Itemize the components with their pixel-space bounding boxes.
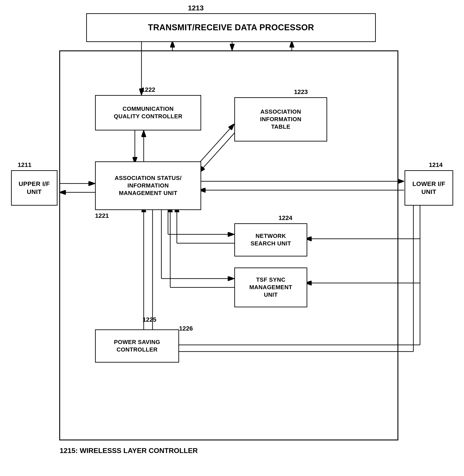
label-1211: 1211 bbox=[18, 161, 31, 168]
svg-line-10 bbox=[199, 128, 239, 173]
comm-quality-label: COMMUNICATION QUALITY CONTROLLER bbox=[114, 105, 182, 120]
network-search-box: NETWORK SEARCH UNIT bbox=[234, 223, 307, 256]
assoc-status-label: ASSOCIATION STATUS/ INFORMATION MANAGEME… bbox=[115, 175, 182, 197]
lower-if-box: LOWER I/F UNIT bbox=[405, 170, 453, 206]
label-1215: 1215: WIRELESSS LAYER CONTROLLER bbox=[60, 447, 198, 455]
label-1213: 1213 bbox=[188, 4, 203, 12]
label-1214: 1214 bbox=[429, 161, 443, 168]
power-saving-box: POWER SAVING CONTROLLER bbox=[95, 330, 179, 363]
label-1223: 1223 bbox=[294, 88, 308, 96]
assoc-info-table-box: ASSOCIATION INFORMATION TABLE bbox=[234, 97, 327, 142]
assoc-info-table-label: ASSOCIATION INFORMATION TABLE bbox=[260, 108, 301, 130]
tsf-sync-label: TSF SYNC MANAGEMENT UNIT bbox=[249, 276, 292, 299]
label-1221: 1221 bbox=[95, 212, 109, 219]
label-1225: 1225 bbox=[143, 316, 156, 323]
tsf-sync-box: TSF SYNC MANAGEMENT UNIT bbox=[234, 268, 307, 307]
power-saving-label: POWER SAVING CONTROLLER bbox=[114, 339, 160, 353]
transmit-receive-label: TRANSMIT/RECEIVE DATA PROCESSOR bbox=[148, 22, 314, 33]
diagram-container: TRANSMIT/RECEIVE DATA PROCESSOR 1213 121… bbox=[0, 0, 464, 476]
upper-if-box: UPPER I/F UNIT bbox=[11, 170, 58, 206]
label-1222: 1222 bbox=[142, 86, 155, 93]
upper-if-label: UPPER I/F UNIT bbox=[19, 180, 50, 196]
assoc-status-box: ASSOCIATION STATUS/ INFORMATION MANAGEME… bbox=[95, 161, 201, 210]
label-1224: 1224 bbox=[279, 214, 292, 222]
network-search-label: NETWORK SEARCH UNIT bbox=[251, 232, 291, 247]
label-1226: 1226 bbox=[179, 325, 193, 332]
comm-quality-box: COMMUNICATION QUALITY CONTROLLER bbox=[95, 95, 201, 130]
diagram-arrows bbox=[0, 0, 464, 476]
transmit-receive-box: TRANSMIT/RECEIVE DATA PROCESSOR bbox=[86, 13, 376, 42]
lower-if-label: LOWER I/F UNIT bbox=[412, 180, 445, 196]
